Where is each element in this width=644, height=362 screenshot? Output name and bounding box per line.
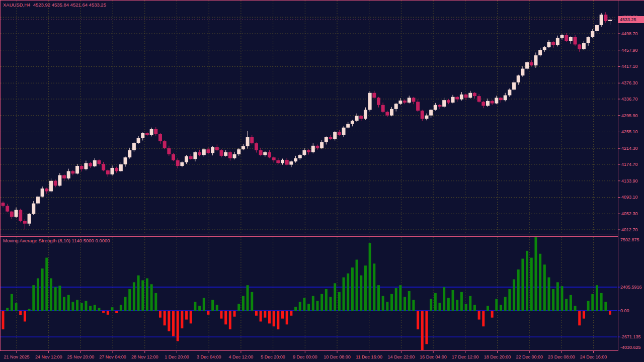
indicator-axis-label: -4030.625 (620, 345, 641, 350)
time-axis-label: 4 Dec 12:00 (229, 354, 254, 359)
price-axis-label: 4052.30 (621, 211, 638, 216)
time-axis-label: 28 Nov 12:00 (131, 354, 158, 359)
price-axis-label: 4093.10 (621, 195, 638, 200)
price-chart-canvas[interactable] (1, 1, 618, 234)
price-axis-label: 4457.90 (621, 48, 638, 53)
time-axis-label: 18 Dec 20:00 (484, 354, 511, 359)
time-axis-label: 17 Dec 12:00 (452, 354, 479, 359)
time-axis-label: 24 Dec 16:00 (580, 354, 607, 359)
price-axis-label: 4174.70 (621, 162, 638, 167)
time-axis-label: 24 Nov 12:00 (35, 354, 62, 359)
time-axis-label: 23 Dec 08:00 (548, 354, 575, 359)
indicator-axis-label: -2671.135 (620, 334, 641, 339)
price-axis-label: 4498.70 (621, 31, 638, 36)
time-axis-label: 3 Dec 04:00 (197, 354, 221, 359)
time-axis-label: 21 Nov 2025 (4, 354, 29, 359)
time-axis-label: 5 Dec 20:00 (261, 354, 285, 359)
price-axis-label: 4012.70 (621, 227, 638, 232)
time-axis-label: 22 Dec 00:00 (516, 354, 543, 359)
indicator-axis-label: 0.00 (620, 308, 629, 313)
time-axis-label: 11 Dec 16:00 (356, 354, 382, 359)
time-axis-label: 16 Dec 04:00 (420, 354, 447, 359)
indicator-axis-label: 7502.875 (620, 237, 639, 242)
time-axis-label: 9 Dec 00:00 (293, 354, 317, 359)
indicator-axis-label: 2405.5916 (620, 285, 642, 290)
chart-title-ohlc-readout: XAUUSD,H4 4523.92 4535.84 4521.64 4533.2… (3, 2, 106, 8)
main-panel-bottom-border (0, 234, 618, 234)
price-axis-label: 4214.30 (621, 146, 638, 151)
price-axis-label: 4336.70 (621, 97, 638, 102)
price-axis-label: 4133.90 (621, 178, 638, 184)
mt4-chart-window: XAUUSD,H4 4523.92 4535.84 4521.64 4533.2… (0, 0, 644, 362)
time-axis-label: 25 Nov 20:00 (67, 354, 95, 359)
price-axis-label: 4417.10 (621, 64, 638, 69)
price-axis-label: 4376.30 (621, 80, 638, 85)
indicator-title-readout: Moving Average Strength (8,10) 1140.5000… (3, 238, 110, 243)
time-axis-label: 1 Dec 20:00 (165, 354, 189, 359)
price-axis-label: 4295.90 (621, 113, 638, 118)
indicator-canvas[interactable] (1, 237, 618, 350)
time-axis-label: 10 Dec 08:00 (324, 354, 351, 359)
price-axis-label: 4255.10 (621, 129, 638, 134)
time-axis-label: 14 Dec 22:00 (388, 354, 415, 359)
current-price-box: 4533.25 (618, 16, 644, 23)
price-axis-scale[interactable] (618, 1, 644, 350)
time-axis-label: 27 Nov 04:00 (99, 354, 126, 359)
